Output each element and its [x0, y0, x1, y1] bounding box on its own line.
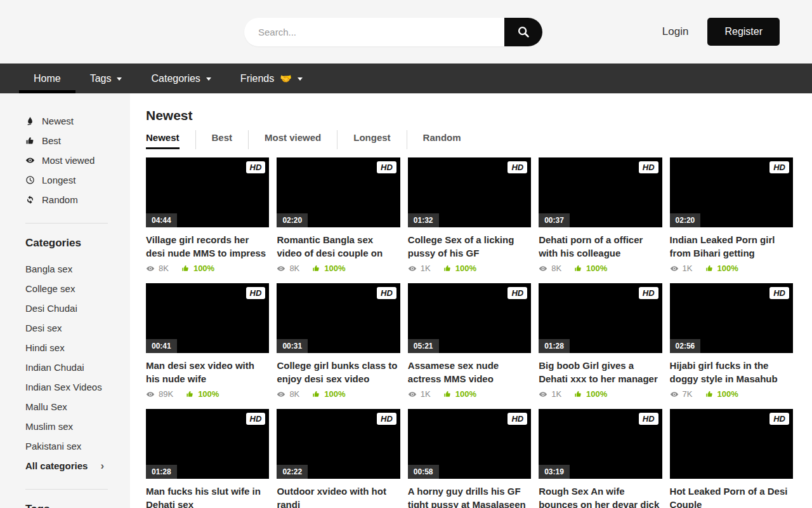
category-label: Mallu Sex	[25, 401, 67, 412]
sidebar-item-most-viewed[interactable]: Most viewed	[25, 150, 130, 170]
video-title[interactable]: Hijabi girl fucks in the doggy style in …	[670, 359, 793, 385]
nav-item-friends[interactable]: Friends🤝	[226, 64, 317, 93]
view-count: 1K	[539, 389, 561, 399]
sidebar-divider	[25, 223, 108, 224]
category-label: Indian Chudai	[25, 362, 84, 373]
register-button[interactable]: Register	[707, 18, 780, 46]
nav-item-tags[interactable]: Tags	[75, 64, 137, 93]
video-card[interactable]: HD02:20Romantic Bangla sex video of desi…	[277, 157, 400, 273]
sidebar-item-newest[interactable]: Newest	[25, 111, 130, 131]
video-title[interactable]: Big boob Girl gives a Dehati xxx to her …	[539, 359, 662, 385]
sidebar-divider	[25, 489, 108, 490]
duration-badge: 00:58	[408, 465, 439, 479]
hd-badge: HD	[639, 287, 658, 299]
video-card[interactable]: HD01:28Big boob Girl gives a Dehati xxx …	[539, 283, 662, 399]
category-link[interactable]: Hindi sex	[25, 338, 130, 358]
category-link[interactable]: Mallu Sex	[25, 397, 130, 417]
tab-longest[interactable]: Longest	[337, 130, 406, 149]
like-percentage: 100%	[443, 264, 476, 273]
video-card[interactable]: HD02:56Hijabi girl fucks in the doggy st…	[670, 283, 793, 399]
sidebar-item-best[interactable]: Best	[25, 131, 130, 150]
duration-badge: 02:20	[277, 213, 308, 227]
duration-badge: 01:28	[539, 339, 570, 353]
video-thumbnail[interactable]: HD00:37	[539, 157, 662, 227]
caret-down-icon	[298, 77, 303, 81]
category-label: Muslim sex	[25, 421, 73, 432]
video-title[interactable]: Dehati porn of a officer with his collea…	[539, 233, 662, 260]
video-title[interactable]: Romantic Bangla sex video of desi couple…	[277, 233, 400, 260]
video-card[interactable]: HD01:32College Sex of a licking pussy of…	[408, 157, 531, 273]
video-card[interactable]: HD00:58A horny guy drills his GF tight p…	[408, 409, 531, 508]
video-card[interactable]: HD04:44Village girl records her desi nud…	[146, 157, 269, 273]
video-title[interactable]: Outdoor xvideo with hot randi	[277, 485, 400, 508]
video-stats: 8K100%	[146, 264, 269, 273]
nav-item-categories[interactable]: Categories	[136, 64, 225, 93]
video-title[interactable]: College girl bunks class to enjoy desi s…	[277, 359, 400, 385]
video-card[interactable]: HD02:20Indian Leaked Porn girl from Biha…	[670, 157, 793, 273]
video-thumbnail[interactable]: HD00:31	[277, 283, 400, 353]
video-title[interactable]: A horny guy drills his GF tight pussy at…	[408, 485, 531, 508]
video-thumbnail[interactable]: HD00:58	[408, 409, 531, 479]
search-form	[244, 18, 542, 46]
thumbs-up-icon	[186, 390, 194, 398]
video-thumbnail[interactable]: HD02:22	[277, 409, 400, 479]
video-title[interactable]: Man fucks his slut wife in Dehati sex	[146, 485, 269, 508]
video-card[interactable]: HD01:28Man fucks his slut wife in Dehati…	[146, 409, 269, 508]
login-link[interactable]: Login	[662, 25, 689, 38]
auth-area: Login Register	[662, 18, 780, 46]
category-link[interactable]: Bangla sex	[25, 259, 130, 279]
tab-most-viewed[interactable]: Most viewed	[248, 130, 337, 149]
view-count: 8K	[539, 264, 561, 273]
video-card[interactable]: HD00:37Dehati porn of a officer with his…	[539, 157, 662, 273]
video-card[interactable]: HD00:31College girl bunks class to enjoy…	[277, 283, 400, 399]
duration-badge: 00:41	[146, 339, 177, 353]
video-title[interactable]: Indian Leaked Porn girl from Bihari gett…	[670, 233, 793, 260]
search-button[interactable]	[504, 18, 542, 46]
category-link[interactable]: Desi sex	[25, 318, 130, 338]
video-title[interactable]: Assamese sex nude actress MMS video	[408, 359, 531, 385]
video-thumbnail[interactable]: HD03:19	[539, 409, 662, 479]
video-thumbnail[interactable]: HD02:20	[670, 157, 793, 227]
tab-best[interactable]: Best	[195, 130, 249, 149]
caret-down-icon	[206, 77, 211, 81]
video-card[interactable]: HD03:19Rough Sex An wife bounces on her …	[539, 409, 662, 508]
sidebar-item-longest[interactable]: Longest	[25, 170, 130, 190]
video-thumbnail[interactable]: HD05:21	[408, 283, 531, 353]
video-thumbnail[interactable]: HD04:44	[146, 157, 269, 227]
eye-icon	[146, 390, 155, 399]
video-card[interactable]: HDHot Leaked Porn of a Desi Couple	[670, 409, 793, 508]
video-title[interactable]: Rough Sex An wife bounces on her devar d…	[539, 485, 662, 508]
video-thumbnail[interactable]: HD00:41	[146, 283, 269, 353]
tab-random[interactable]: Random	[407, 130, 477, 149]
tab-newest[interactable]: Newest	[146, 130, 195, 149]
video-title[interactable]: Hot Leaked Porn of a Desi Couple	[670, 485, 793, 508]
like-percentage: 100%	[705, 389, 738, 399]
video-title[interactable]: Village girl records her desi nude MMS t…	[146, 233, 269, 260]
video-title[interactable]: Man desi sex video with his nude wife	[146, 359, 269, 385]
category-link[interactable]: Desi Chudai	[25, 298, 130, 318]
video-thumbnail[interactable]: HD01:32	[408, 157, 531, 227]
nav-item-home[interactable]: Home	[19, 64, 75, 93]
category-label: College sex	[25, 283, 75, 294]
search-input[interactable]	[244, 18, 504, 46]
video-thumbnail[interactable]: HD	[670, 409, 793, 479]
magnifier-icon	[516, 25, 530, 39]
category-link[interactable]: Indian Chudai	[25, 358, 130, 377]
category-link[interactable]: College sex	[25, 279, 130, 298]
video-thumbnail[interactable]: HD01:28	[146, 409, 269, 479]
video-card[interactable]: HD02:22Outdoor xvideo with hot randi	[277, 409, 400, 508]
video-card[interactable]: HD05:21Assamese sex nude actress MMS vid…	[408, 283, 531, 399]
video-thumbnail[interactable]: HD02:20	[277, 157, 400, 227]
video-title[interactable]: College Sex of a licking pussy of his GF	[408, 233, 531, 260]
category-link[interactable]: Muslim sex	[25, 417, 130, 436]
like-percentage: 100%	[574, 389, 607, 399]
category-link[interactable]: Pakistani sex	[25, 436, 130, 456]
video-card[interactable]: HD00:41Man desi sex video with his nude …	[146, 283, 269, 399]
category-link[interactable]: Indian Sex Videos	[25, 377, 130, 397]
video-thumbnail[interactable]: HD02:56	[670, 283, 793, 353]
video-thumbnail[interactable]: HD01:28	[539, 283, 662, 353]
hd-badge: HD	[246, 161, 266, 173]
sidebar-item-random[interactable]: Random	[25, 190, 130, 210]
all-categories-link[interactable]: All categories›	[25, 456, 130, 476]
duration-badge: 05:21	[408, 339, 439, 353]
